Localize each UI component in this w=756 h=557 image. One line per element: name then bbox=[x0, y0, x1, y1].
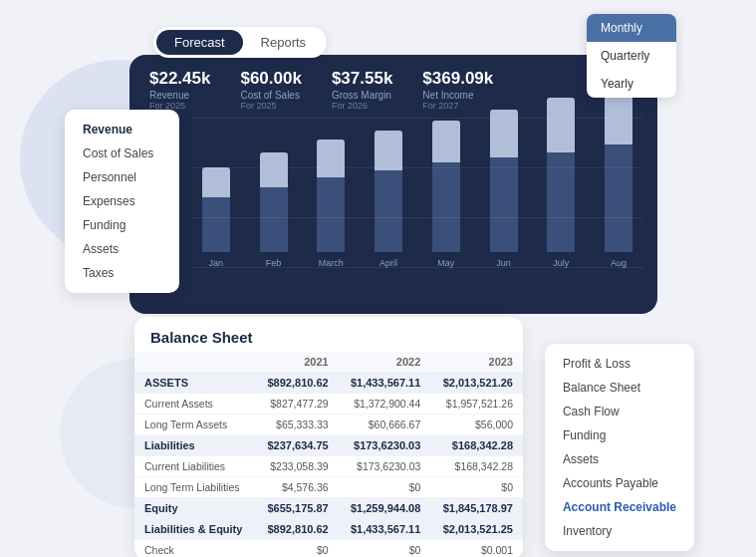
bar-jan: Jan bbox=[191, 167, 241, 268]
period-monthly[interactable]: Monthly bbox=[587, 14, 676, 42]
col-header-2022: 2022 bbox=[339, 352, 431, 373]
bar-aug: Aug bbox=[594, 85, 643, 268]
table-row: Current Liabilities $233,058.39 $173,623… bbox=[134, 456, 523, 477]
col-header-2023: 2023 bbox=[430, 352, 523, 373]
menu-item-personnel[interactable]: Personnel bbox=[65, 165, 179, 189]
bar-march: March bbox=[307, 139, 357, 268]
table-row: Liabilities $237,634.75 $173,6230.03 $16… bbox=[134, 435, 523, 456]
bar-july: July bbox=[537, 98, 587, 268]
table-row: Check $0 $0 $0.001 bbox=[134, 540, 523, 558]
col-header-name bbox=[134, 352, 255, 373]
menu-item-assets[interactable]: Assets bbox=[65, 237, 179, 261]
table-row: Long Term Assets $65,333.33 $60,666.67 $… bbox=[134, 415, 523, 435]
balance-sheet-card: Balance Sheet 2021 2022 2023 ASSETS $892… bbox=[134, 317, 523, 557]
menu-item-balance-sheet[interactable]: Balance Sheet bbox=[545, 376, 694, 400]
menu-item-cost-of-sales[interactable]: Cost of Sales bbox=[65, 141, 179, 165]
table-row: Equity $655,175.87 $1,259,944.08 $1,845,… bbox=[134, 498, 523, 519]
menu-item-accounts-payable[interactable]: Accounts Payable bbox=[545, 471, 694, 495]
kpi-gross-margin: $37.55k Gross Margin For 2026 bbox=[332, 69, 392, 111]
view-tabs: Forecast Reports bbox=[153, 27, 327, 58]
table-row: Current Assets $827,477.29 $1,372,900.44… bbox=[134, 394, 523, 415]
chart-card: $22.45k Revenue For 2025 $60.00k Cost of… bbox=[129, 55, 657, 314]
bar-april: April bbox=[364, 131, 413, 268]
menu-item-account-receivable[interactable]: Account Receivable bbox=[545, 495, 694, 519]
period-yearly[interactable]: Yearly bbox=[587, 70, 676, 98]
table-row: ASSETS $892,810.62 $1,433,567.11 $2,013,… bbox=[134, 373, 523, 394]
menu-item-funding[interactable]: Funding bbox=[545, 423, 694, 447]
menu-item-cash-flow[interactable]: Cash Flow bbox=[545, 400, 694, 423]
menu-item-taxes[interactable]: Taxes bbox=[65, 261, 179, 285]
bar-may: May bbox=[421, 121, 471, 268]
bar-jun: Jun bbox=[479, 110, 529, 268]
kpi-cost-of-sales: $60.00k Cost of Sales For 2025 bbox=[240, 69, 301, 111]
col-header-2021: 2021 bbox=[255, 352, 338, 373]
kpi-revenue: $22.45k Revenue For 2025 bbox=[149, 69, 210, 111]
period-quarterly[interactable]: Quarterly bbox=[587, 42, 676, 70]
right-report-menu: Profit & Loss Balance Sheet Cash Flow Fu… bbox=[545, 344, 694, 551]
table-row: Liabilities & Equity $892,810.62 $1,433,… bbox=[134, 519, 523, 540]
balance-sheet-table: 2021 2022 2023 ASSETS $892,810.62 $1,433… bbox=[134, 352, 523, 557]
menu-item-inventory[interactable]: Inventory bbox=[545, 519, 694, 543]
bars-container: Jan Feb March bbox=[191, 119, 643, 268]
menu-item-profit-loss[interactable]: Profit & Loss bbox=[545, 352, 694, 376]
menu-item-assets[interactable]: Assets bbox=[545, 447, 694, 471]
balance-sheet-title: Balance Sheet bbox=[134, 317, 523, 352]
tab-forecast[interactable]: Forecast bbox=[156, 30, 243, 55]
tab-reports[interactable]: Reports bbox=[243, 30, 325, 55]
menu-item-expenses[interactable]: Expenses bbox=[65, 189, 179, 213]
bar-chart-area: 0.00000 1000.00 2000.00 3000.00 Jan Feb bbox=[129, 119, 657, 298]
period-dropdown: Monthly Quarterly Yearly bbox=[587, 14, 676, 98]
menu-item-revenue[interactable]: Revenue bbox=[65, 118, 179, 141]
kpi-net-income: $369.09k Net Income For 2027 bbox=[422, 69, 493, 111]
menu-item-funding[interactable]: Funding bbox=[65, 213, 179, 237]
bar-feb: Feb bbox=[249, 152, 299, 268]
left-category-menu: Revenue Cost of Sales Personnel Expenses… bbox=[65, 110, 179, 293]
table-row: Long Term Liabilities $4,576.36 $0 $0 bbox=[134, 477, 523, 498]
